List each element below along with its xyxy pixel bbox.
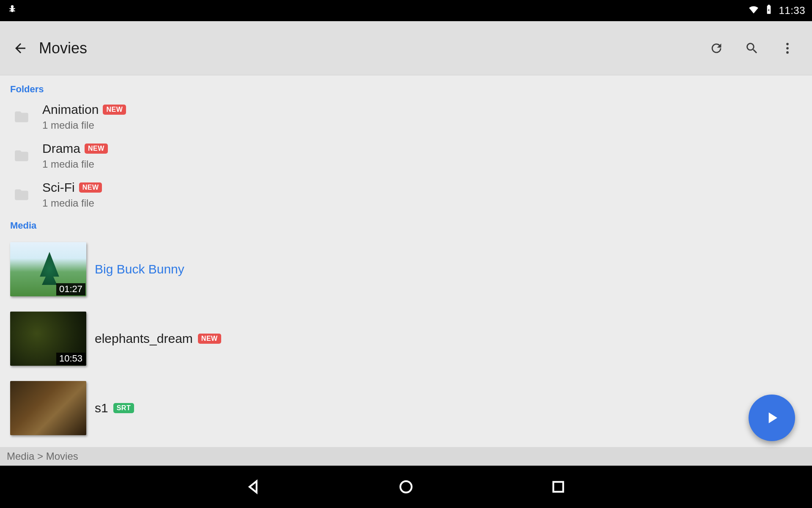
media-row[interactable]: 10:53 elephants_dream NEW xyxy=(0,304,812,373)
srt-badge: SRT xyxy=(113,403,134,413)
folder-name: Sci-Fi xyxy=(42,180,75,195)
back-button[interactable] xyxy=(12,40,29,57)
status-bar: 11:33 xyxy=(0,0,812,21)
svg-point-8 xyxy=(786,47,789,50)
svg-line-4 xyxy=(10,11,11,11)
section-header-media: Media xyxy=(0,215,812,235)
section-header-folders: Folders xyxy=(0,79,812,98)
folder-icon xyxy=(10,186,33,204)
content-scroll[interactable]: Folders Animation NEW 1 media file xyxy=(0,75,812,447)
search-button[interactable] xyxy=(739,36,765,61)
status-clock: 11:33 xyxy=(779,5,805,17)
new-badge: NEW xyxy=(79,182,102,192)
nav-back-button[interactable] xyxy=(241,474,266,500)
overflow-menu-button[interactable] xyxy=(775,36,800,61)
svg-line-3 xyxy=(14,8,15,9)
svg-line-2 xyxy=(10,8,11,9)
nav-recents-button[interactable] xyxy=(546,474,571,500)
nav-home-button[interactable] xyxy=(393,474,419,500)
app-toolbar: Movies xyxy=(0,21,812,75)
svg-point-10 xyxy=(401,481,412,493)
media-duration: 10:53 xyxy=(56,353,85,365)
svg-rect-1 xyxy=(11,8,14,12)
media-thumbnail: 10:53 xyxy=(10,312,86,366)
debug-icon xyxy=(7,4,18,17)
page-title: Movies xyxy=(39,39,87,57)
folder-subtitle: 1 media file xyxy=(42,158,108,170)
media-thumbnail xyxy=(10,381,86,435)
app-body: Movies Folders Animation xyxy=(0,21,812,466)
media-title: Big Buck Bunny xyxy=(95,262,184,276)
folder-name: Drama xyxy=(42,141,80,156)
folder-icon xyxy=(10,108,33,126)
svg-point-7 xyxy=(786,43,789,45)
wifi-icon xyxy=(748,4,759,17)
media-row[interactable]: 01:27 Big Buck Bunny xyxy=(0,235,812,304)
new-badge: NEW xyxy=(103,105,126,114)
folder-icon xyxy=(10,147,33,165)
folder-row[interactable]: Drama NEW 1 media file xyxy=(0,137,812,176)
folder-subtitle: 1 media file xyxy=(42,119,126,131)
svg-point-9 xyxy=(786,51,789,54)
svg-line-5 xyxy=(14,11,15,11)
refresh-button[interactable] xyxy=(704,36,729,61)
folder-row[interactable]: Sci-Fi NEW 1 media file xyxy=(0,176,812,215)
media-thumbnail: 01:27 xyxy=(10,242,86,296)
new-badge: NEW xyxy=(198,334,221,343)
breadcrumb: Media > Movies xyxy=(0,447,812,466)
play-fab[interactable] xyxy=(749,395,795,441)
media-title: s1 xyxy=(95,401,108,415)
svg-rect-11 xyxy=(553,482,563,491)
folder-subtitle: 1 media file xyxy=(42,197,102,209)
media-duration: 01:27 xyxy=(56,283,85,295)
media-row[interactable]: s1 SRT xyxy=(0,373,812,443)
folder-row[interactable]: Animation NEW 1 media file xyxy=(0,98,812,137)
battery-charging-icon xyxy=(763,4,774,17)
new-badge: NEW xyxy=(85,144,108,153)
media-title: elephants_dream xyxy=(95,331,193,346)
system-nav-bar xyxy=(0,466,812,508)
folder-name: Animation xyxy=(42,102,99,117)
